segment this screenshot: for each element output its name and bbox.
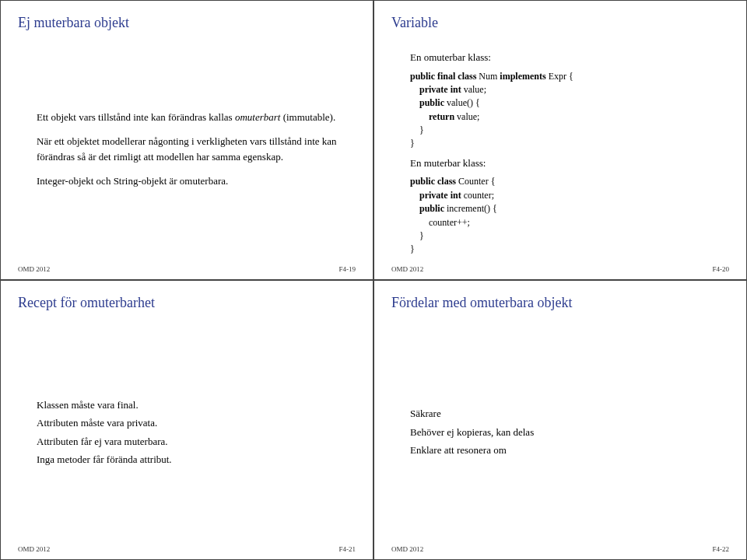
footer-right: F4-22	[712, 545, 729, 553]
list-item: Attributen får ej vara muterbara.	[37, 434, 356, 450]
slide-title: Recept för omuterbarhet	[18, 295, 356, 311]
slide-tr: Variable En omuterbar klass: public fina…	[374, 0, 747, 280]
list-item: Inga metoder får förända attribut.	[37, 452, 356, 467]
footer-left: OMD 2012	[391, 545, 423, 553]
slide-br: Fördelar med omuterbara objekt Säkrare B…	[374, 280, 747, 560]
list-item: Säkrare	[410, 406, 729, 422]
list-item: Klassen måste vara final.	[37, 397, 356, 413]
footer-left: OMD 2012	[18, 265, 50, 273]
slide-title: Fördelar med omuterbara objekt	[391, 295, 729, 311]
slide-tl: Ej muterbara objekt Ett objekt vars till…	[0, 0, 374, 280]
footer-right: F4-19	[338, 265, 356, 273]
slide-body: En omuterbar klass: public final class N…	[391, 45, 729, 262]
footer-right: F4-21	[338, 545, 356, 553]
list-item: Behöver ej kopieras, kan delas	[410, 425, 729, 440]
slide-footer: OMD 2012 F4-20	[391, 262, 729, 273]
subheading: En omuterbar klass:	[410, 50, 729, 65]
slide-bl: Recept för omuterbarhet Klassen måste va…	[0, 280, 374, 560]
slide-footer: OMD 2012 F4-22	[391, 542, 729, 553]
slide-title: Ej muterbara objekt	[18, 15, 356, 31]
slide-body: Ett objekt vars tillstånd inte kan förän…	[18, 45, 356, 262]
footer-left: OMD 2012	[18, 545, 50, 553]
footer-left: OMD 2012	[391, 265, 423, 273]
code-block: public class Counter { private int count…	[410, 175, 729, 256]
paragraph: Integer-objekt och String-objekt är omut…	[37, 173, 356, 189]
paragraph: Ett objekt vars tillstånd inte kan förän…	[37, 110, 356, 125]
slide-body: Klassen måste vara final. Attributen mås…	[18, 325, 356, 542]
slide-footer: OMD 2012 F4-21	[18, 542, 356, 553]
footer-right: F4-20	[712, 265, 729, 273]
list-item: Attributen måste vara privata.	[37, 415, 356, 431]
subheading: En muterbar klass:	[410, 156, 729, 171]
paragraph: När ett objektet modellerar någonting i …	[37, 134, 356, 164]
slide-body: Säkrare Behöver ej kopieras, kan delas E…	[391, 325, 729, 542]
list-item: Enklare att resonera om	[410, 443, 729, 458]
slide-footer: OMD 2012 F4-19	[18, 262, 356, 273]
code-block: public final class Num implements Expr {…	[410, 70, 729, 151]
slide-title: Variable	[391, 15, 729, 31]
